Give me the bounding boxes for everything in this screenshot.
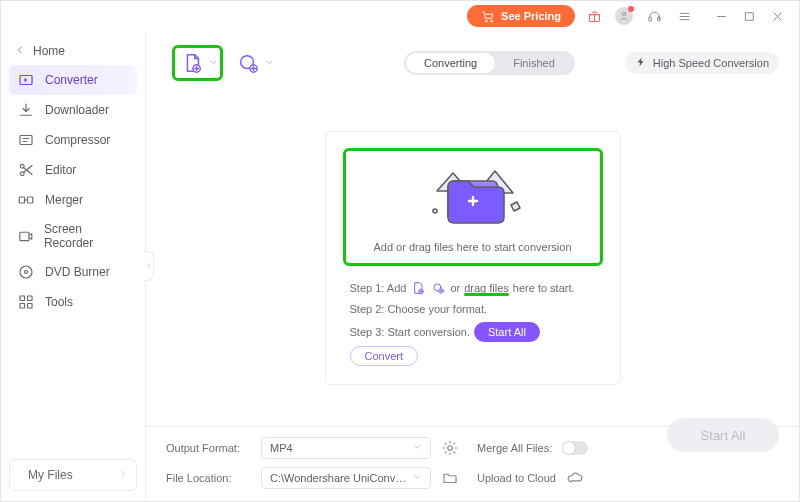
scissors-icon	[17, 162, 35, 178]
pill-label: Start All	[488, 326, 526, 338]
svg-point-1	[491, 20, 493, 22]
step-text: drag files	[464, 282, 509, 294]
app-body: Home Converter Downloader Compressor Edi…	[1, 31, 799, 501]
converter-icon	[17, 72, 35, 88]
app-window: See Pricing Home	[0, 0, 800, 502]
see-pricing-button[interactable]: See Pricing	[467, 5, 575, 27]
download-icon	[17, 102, 35, 118]
select-value: MP4	[270, 442, 293, 454]
svg-point-3	[622, 12, 626, 16]
sidebar-item-tools[interactable]: Tools	[9, 287, 137, 317]
avatar[interactable]	[613, 5, 635, 27]
sidebar-item-label: Screen Recorder	[44, 222, 129, 250]
row-location: File Location: C:\Wondershare UniConvert…	[166, 467, 779, 489]
window-controls	[709, 5, 789, 27]
sidebar-item-label: Editor	[45, 163, 76, 177]
tab-finished[interactable]: Finished	[495, 53, 573, 73]
close-icon[interactable]	[765, 5, 789, 27]
high-speed-button[interactable]: High Speed Conversion	[625, 52, 779, 74]
add-file-button[interactable]	[172, 45, 223, 81]
sidebar-item-dvd-burner[interactable]: DVD Burner	[9, 257, 137, 287]
sidebar-home[interactable]: Home	[9, 37, 137, 65]
footer: Output Format: MP4 Merge All Files: Star…	[146, 426, 799, 501]
chevron-down-icon	[412, 442, 422, 454]
pill-label: Convert	[365, 350, 404, 362]
add-url-button[interactable]	[233, 50, 274, 76]
cart-icon	[481, 9, 495, 23]
tab-label: Converting	[424, 57, 477, 69]
svg-rect-19	[28, 304, 33, 309]
chevron-down-icon	[412, 472, 422, 484]
chevron-down-icon	[209, 56, 218, 70]
recorder-icon	[17, 228, 34, 244]
add-file-icon	[177, 50, 207, 76]
sidebar-item-label: Tools	[45, 295, 73, 309]
step-text: Step 3: Start conversion.	[350, 326, 470, 338]
maximize-icon[interactable]	[737, 5, 761, 27]
merger-icon	[17, 192, 35, 208]
sidebar-item-editor[interactable]: Editor	[9, 155, 137, 185]
sidebar-item-converter[interactable]: Converter	[9, 65, 137, 95]
step-1: Step 1: Add or drag files here to start.	[350, 280, 604, 296]
add-file-icon	[410, 280, 426, 296]
grid-icon	[17, 294, 35, 310]
chevron-right-icon	[118, 468, 128, 482]
sidebar-item-merger[interactable]: Merger	[9, 185, 137, 215]
sidebar-nav: Home Converter Downloader Compressor Edi…	[1, 37, 145, 317]
chevron-down-icon	[265, 56, 274, 70]
sidebar-item-downloader[interactable]: Downloader	[9, 95, 137, 125]
svg-rect-16	[20, 296, 25, 301]
svg-rect-6	[745, 12, 753, 20]
select-value: C:\Wondershare UniConverter 1	[270, 472, 412, 484]
output-format-select[interactable]: MP4	[261, 437, 431, 459]
titlebar: See Pricing	[1, 1, 799, 31]
minimize-icon[interactable]	[709, 5, 733, 27]
step-3: Step 3: Start conversion. Start All Conv…	[350, 322, 604, 366]
hamburger-icon[interactable]	[673, 5, 695, 27]
see-pricing-label: See Pricing	[501, 10, 561, 22]
svg-rect-13	[20, 232, 29, 240]
svg-rect-12	[28, 197, 33, 203]
my-files-button[interactable]: My Files	[9, 459, 137, 491]
step-2: Step 2: Choose your format.	[350, 303, 604, 315]
svg-rect-5	[657, 17, 660, 21]
start-all-pill[interactable]: Start All	[474, 322, 540, 342]
steps: Step 1: Add or drag files here to start.…	[350, 280, 604, 366]
svg-point-30	[433, 209, 437, 213]
svg-rect-17	[28, 296, 33, 301]
sidebar-item-label: Converter	[45, 73, 98, 87]
disc-icon	[17, 264, 35, 280]
bolt-icon	[635, 56, 647, 70]
svg-rect-8	[20, 136, 32, 145]
merge-label: Merge All Files:	[477, 442, 552, 454]
settings-gear-icon[interactable]	[441, 439, 459, 457]
tab-converting[interactable]: Converting	[406, 53, 495, 73]
sidebar-item-screen-recorder[interactable]: Screen Recorder	[9, 215, 137, 257]
add-url-icon	[430, 280, 446, 296]
file-location-select[interactable]: C:\Wondershare UniConverter 1	[261, 467, 431, 489]
folder-illustration	[413, 161, 533, 233]
convert-pill[interactable]: Convert	[350, 346, 419, 366]
open-folder-icon[interactable]	[441, 469, 459, 487]
compressor-icon	[17, 132, 35, 148]
start-all-label: Start All	[701, 428, 746, 443]
cloud-icon[interactable]	[566, 469, 584, 487]
sidebar: Home Converter Downloader Compressor Edi…	[1, 31, 146, 501]
drop-caption: Add or drag files here to start conversi…	[373, 241, 571, 253]
add-url-icon	[233, 50, 263, 76]
sidebar-item-compressor[interactable]: Compressor	[9, 125, 137, 155]
svg-point-0	[485, 20, 487, 22]
sidebar-collapse-button[interactable]	[144, 251, 154, 281]
gift-icon[interactable]	[583, 5, 605, 27]
step-text: Step 1: Add	[350, 282, 407, 294]
step-text: here to start.	[513, 282, 575, 294]
svg-point-15	[25, 271, 28, 274]
tab-label: Finished	[513, 57, 555, 69]
file-location-label: File Location:	[166, 472, 251, 484]
headset-icon[interactable]	[643, 5, 665, 27]
status-tabs: Converting Finished	[404, 51, 575, 75]
merge-toggle[interactable]	[562, 441, 588, 455]
start-all-button[interactable]: Start All	[667, 418, 779, 452]
drop-zone[interactable]: Add or drag files here to start conversi…	[325, 131, 621, 385]
row-output: Output Format: MP4 Merge All Files: Star…	[166, 437, 779, 459]
